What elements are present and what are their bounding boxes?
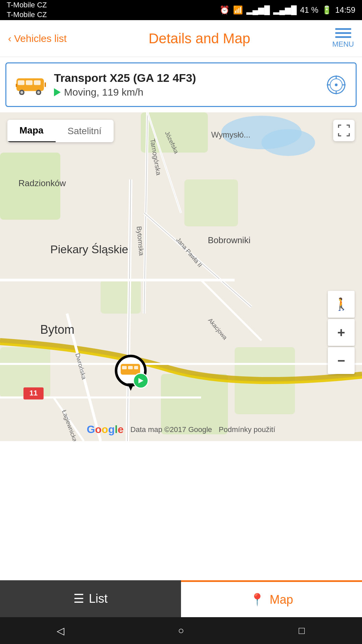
terms-text: Podmínky použití bbox=[219, 425, 276, 434]
locate-icon[interactable] bbox=[326, 75, 346, 95]
svg-rect-3 bbox=[34, 80, 41, 85]
status-bar: T-Mobile CZ T-Mobile CZ ⏰ 📶 ▂▄▆█ ▂▄▆█ 41… bbox=[0, 0, 362, 20]
vehicle-card: Transport X25 (GA 12 4F3) Moving, 119 km… bbox=[5, 62, 357, 107]
map-controls: 🚶 + − bbox=[328, 291, 355, 374]
bottom-tab-bar: ☰ List 📍 Map bbox=[0, 580, 362, 617]
zoom-in-button[interactable]: + bbox=[328, 319, 355, 346]
chevron-left-icon: ‹ bbox=[8, 33, 11, 44]
list-label: List bbox=[89, 592, 108, 606]
nav-bar: ‹ Vehicles list Details and Map MENU bbox=[0, 20, 362, 57]
back-button[interactable]: ‹ Vehicles list bbox=[8, 33, 67, 44]
pegman-icon: 🚶 bbox=[334, 297, 349, 311]
plus-icon: + bbox=[337, 325, 345, 340]
svg-rect-2 bbox=[26, 80, 33, 85]
vehicle-status: Moving, 119 km/h bbox=[54, 87, 196, 98]
home-circle-icon: ○ bbox=[178, 625, 184, 636]
bus-icon bbox=[16, 75, 46, 95]
map-data-text: Data map ©2017 Google bbox=[130, 425, 212, 434]
moving-icon bbox=[54, 88, 61, 96]
mapa-button[interactable]: Mapa bbox=[7, 120, 56, 142]
svg-point-19 bbox=[261, 129, 315, 156]
recents-button[interactable]: □ bbox=[292, 621, 312, 641]
svg-text:Bytom: Bytom bbox=[40, 323, 74, 336]
page-title: Details and Map bbox=[148, 31, 250, 47]
signal-icon: ▂▄▆█ bbox=[246, 5, 270, 15]
carrier-info: T-Mobile CZ T-Mobile CZ bbox=[7, 0, 47, 19]
map-container[interactable]: 11 94 94 911 925 Wymysłó... Radzionków P… bbox=[0, 112, 362, 441]
list-icon: ☰ bbox=[73, 592, 84, 606]
home-button[interactable]: ○ bbox=[171, 621, 191, 641]
minus-icon: − bbox=[337, 353, 345, 368]
wifi-icon: 📶 bbox=[233, 5, 243, 15]
svg-point-5 bbox=[20, 91, 23, 94]
fullscreen-button[interactable] bbox=[333, 120, 355, 141]
recents-square-icon: □ bbox=[299, 625, 305, 636]
status-right: ⏰ 📶 ▂▄▆█ ▂▄▆█ 41 % 🔋 14:59 bbox=[220, 5, 355, 15]
map-pin-icon: 📍 bbox=[250, 593, 265, 607]
svg-rect-23 bbox=[101, 280, 141, 314]
zoom-out-button[interactable]: − bbox=[328, 347, 355, 374]
svg-rect-9 bbox=[45, 82, 46, 87]
satelitni-button[interactable]: Satelitní bbox=[56, 120, 114, 142]
clock-icon: ⏰ bbox=[220, 5, 230, 15]
menu-label: MENU bbox=[332, 40, 354, 49]
svg-text:Piekary Śląskie: Piekary Śląskie bbox=[50, 243, 128, 256]
svg-text:Radzionków: Radzionków bbox=[18, 178, 66, 188]
map-label-text: Map bbox=[269, 593, 293, 607]
svg-rect-8 bbox=[16, 84, 17, 87]
menu-button[interactable]: MENU bbox=[332, 28, 354, 49]
vehicle-card-left: Transport X25 (GA 12 4F3) Moving, 119 km… bbox=[16, 71, 196, 98]
tab-map[interactable]: 📍 Map bbox=[181, 580, 362, 617]
svg-rect-22 bbox=[184, 179, 238, 226]
hamburger-icon bbox=[335, 28, 351, 38]
map-attribution: Google Data map ©2017 Google Podmínky po… bbox=[0, 423, 362, 436]
vehicle-name: Transport X25 (GA 12 4F3) bbox=[54, 71, 196, 85]
back-label: Vehicles list bbox=[14, 33, 67, 44]
svg-text:Wymysłó...: Wymysłó... bbox=[211, 130, 250, 139]
svg-rect-68 bbox=[134, 366, 138, 369]
battery-icon: 🔋 bbox=[322, 5, 332, 15]
map-background: 11 94 94 911 925 Wymysłó... Radzionków P… bbox=[0, 112, 362, 441]
svg-text:11: 11 bbox=[29, 389, 38, 397]
street-view-button[interactable]: 🚶 bbox=[328, 291, 355, 318]
time-display: 14:59 bbox=[335, 5, 355, 15]
signal-icon-2: ▂▄▆█ bbox=[273, 5, 297, 15]
svg-rect-67 bbox=[128, 366, 133, 369]
tab-list[interactable]: ☰ List bbox=[0, 580, 181, 617]
svg-point-12 bbox=[335, 84, 338, 86]
battery-text: 41 % bbox=[300, 5, 318, 15]
back-system-button[interactable]: ◁ bbox=[50, 621, 70, 641]
svg-text:Bobrowniki: Bobrowniki bbox=[208, 235, 250, 245]
google-logo: Google bbox=[87, 423, 124, 436]
svg-rect-1 bbox=[18, 80, 24, 85]
system-nav-bar: ◁ ○ □ bbox=[0, 617, 362, 644]
svg-rect-66 bbox=[122, 366, 127, 369]
back-triangle-icon: ◁ bbox=[57, 625, 64, 637]
map-toggle[interactable]: Mapa Satelitní bbox=[7, 120, 114, 142]
vehicle-info: Transport X25 (GA 12 4F3) Moving, 119 km… bbox=[54, 71, 196, 98]
fullscreen-icon bbox=[338, 124, 350, 137]
vehicle-speed: Moving, 119 km/h bbox=[64, 87, 143, 98]
svg-point-7 bbox=[37, 91, 40, 94]
